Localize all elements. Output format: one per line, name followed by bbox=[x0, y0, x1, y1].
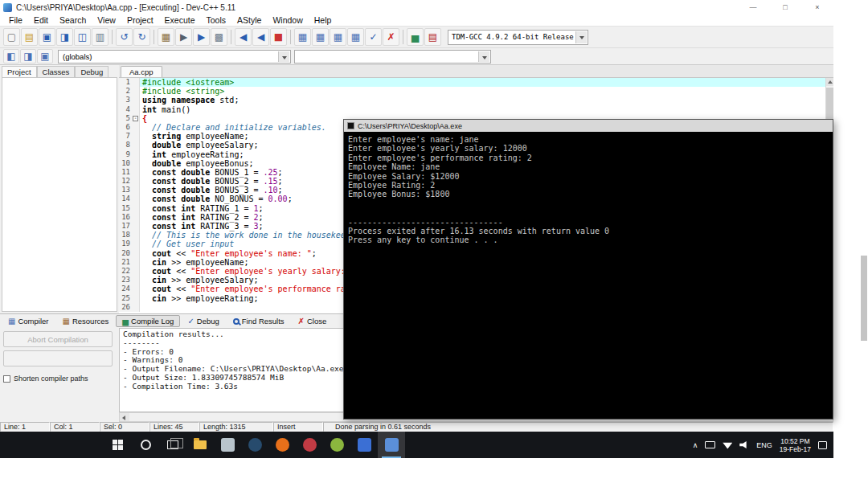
print-button[interactable]: ▥ bbox=[92, 28, 108, 46]
redo-button[interactable]: ↻ bbox=[133, 28, 150, 46]
panel-tab-debug[interactable]: Debug bbox=[75, 66, 108, 77]
profile-chart-button[interactable]: ▅ bbox=[407, 28, 424, 46]
line-number[interactable]: 9 bbox=[119, 150, 132, 159]
close-button[interactable]: × bbox=[801, 0, 833, 14]
toggle-bookmarks-button[interactable]: ▦ bbox=[312, 28, 329, 46]
line-number[interactable]: 1 bbox=[119, 78, 132, 87]
scroll-up-icon[interactable] bbox=[826, 78, 833, 86]
profile-button[interactable]: ◀ bbox=[252, 28, 269, 46]
goto-declaration-button[interactable]: ▣ bbox=[37, 49, 53, 63]
line-number[interactable]: 5 bbox=[119, 114, 132, 123]
line-number[interactable]: 17 bbox=[119, 222, 132, 231]
minimize-button[interactable]: — bbox=[737, 0, 769, 14]
menu-edit[interactable]: Edit bbox=[28, 15, 54, 25]
code-text[interactable]: int main() bbox=[140, 105, 825, 114]
line-number[interactable]: 12 bbox=[119, 177, 132, 186]
line-number[interactable]: 20 bbox=[119, 249, 132, 258]
line-number[interactable]: 19 bbox=[119, 240, 132, 248]
save-as-button[interactable]: ◨ bbox=[56, 28, 73, 46]
volume-icon[interactable] bbox=[739, 441, 749, 449]
search-button[interactable] bbox=[132, 432, 159, 458]
line-number[interactable]: 24 bbox=[119, 285, 132, 293]
window-layout-button[interactable]: ▦ bbox=[347, 28, 364, 46]
forward-page-button[interactable]: ◨ bbox=[20, 49, 36, 63]
hidden-icons-chevron[interactable]: ∧ bbox=[693, 441, 698, 449]
tab-resources[interactable]: ▦Resources bbox=[55, 315, 115, 327]
task-view-button[interactable] bbox=[159, 432, 186, 458]
display-icon[interactable] bbox=[705, 441, 715, 448]
tab-find-results[interactable]: Find Results bbox=[227, 315, 291, 327]
code-line[interactable]: 1#include <iostream> bbox=[119, 78, 825, 87]
opera-button[interactable] bbox=[296, 432, 323, 458]
action-center-icon[interactable] bbox=[818, 441, 827, 449]
devcpp-button[interactable] bbox=[350, 432, 378, 458]
run-button[interactable]: ▶ bbox=[175, 28, 192, 46]
profiling-log-button[interactable]: ▤ bbox=[424, 28, 441, 46]
compile-button[interactable]: ▦ bbox=[158, 28, 174, 46]
menu-execute[interactable]: Execute bbox=[159, 15, 201, 25]
compiler-profile-select[interactable]: TDM-GCC 4.9.2 64-bit Release bbox=[448, 30, 588, 45]
console-window[interactable]: C:\Users\PRIYA\Desktop\Aa.exe Enter empl… bbox=[343, 119, 833, 420]
clock[interactable]: 10:52 PM 19-Feb-17 bbox=[780, 437, 811, 453]
line-number[interactable]: 16 bbox=[119, 213, 132, 222]
goto-bookmarks-button[interactable]: ▦ bbox=[330, 28, 346, 46]
code-text[interactable]: #include <string> bbox=[140, 87, 825, 96]
wifi-icon[interactable] bbox=[723, 441, 732, 449]
compile-run-button[interactable]: ▶ bbox=[193, 28, 210, 46]
code-line[interactable]: 2#include <string> bbox=[119, 87, 825, 96]
shorten-compiler-paths[interactable]: Shorten compiler paths bbox=[3, 375, 116, 383]
line-number[interactable]: 10 bbox=[119, 159, 132, 168]
tab-compiler[interactable]: ▦Compiler bbox=[2, 315, 55, 327]
fold-collapse-icon[interactable]: - bbox=[133, 116, 138, 121]
save-all-button[interactable]: ◫ bbox=[74, 28, 91, 46]
devcpp-window-button[interactable] bbox=[378, 432, 405, 458]
line-number[interactable]: 8 bbox=[119, 141, 132, 149]
undo-button[interactable]: ↺ bbox=[116, 28, 133, 46]
back-page-button[interactable]: ◧ bbox=[3, 49, 19, 63]
viewer-scrollbar-thumb[interactable] bbox=[861, 256, 867, 341]
code-line[interactable]: 3using namespace std; bbox=[119, 96, 825, 104]
line-number[interactable]: 18 bbox=[119, 231, 132, 240]
new-source-button[interactable]: ▢ bbox=[3, 28, 20, 46]
chrome-button[interactable] bbox=[323, 432, 350, 458]
line-number[interactable]: 23 bbox=[119, 276, 132, 285]
line-number[interactable]: 21 bbox=[119, 258, 132, 267]
globals-select[interactable]: (globals) bbox=[58, 50, 291, 63]
file-explorer-button[interactable] bbox=[186, 432, 214, 458]
checkbox-icon[interactable] bbox=[3, 375, 10, 383]
abort-compilation-button[interactable]: Abort Compilation bbox=[3, 331, 113, 347]
members-select[interactable] bbox=[294, 50, 491, 63]
tab-close[interactable]: ✗Close bbox=[292, 315, 334, 327]
save-button[interactable]: ▣ bbox=[39, 28, 55, 46]
maximize-button[interactable]: □ bbox=[769, 0, 801, 14]
menu-window[interactable]: Window bbox=[267, 15, 308, 25]
debug-button[interactable]: ◀ bbox=[235, 28, 252, 46]
tab-compile-log[interactable]: ▅Compile Log bbox=[116, 315, 180, 327]
code-line[interactable]: 4int main() bbox=[119, 105, 825, 114]
menu-astyle[interactable]: AStyle bbox=[231, 15, 267, 25]
tab-aa-cpp[interactable]: Aa.cpp bbox=[121, 66, 162, 77]
menu-help[interactable]: Help bbox=[309, 15, 338, 25]
start-button[interactable] bbox=[104, 432, 132, 458]
console-output[interactable]: Enter employee's name: jane Enter employ… bbox=[344, 132, 833, 419]
scroll-left-icon[interactable] bbox=[120, 413, 129, 421]
stop-execution-button[interactable]: ■ bbox=[270, 28, 287, 46]
line-number[interactable]: 11 bbox=[119, 168, 132, 177]
edge-browser-button[interactable] bbox=[241, 432, 268, 458]
firefox-button[interactable] bbox=[268, 432, 296, 458]
line-number[interactable]: 14 bbox=[119, 194, 132, 203]
line-number[interactable]: 13 bbox=[119, 186, 132, 194]
line-number[interactable]: 7 bbox=[119, 132, 132, 141]
code-text[interactable]: using namespace std; bbox=[140, 96, 825, 104]
line-number[interactable]: 3 bbox=[119, 96, 132, 104]
menu-view[interactable]: View bbox=[92, 15, 121, 25]
line-number[interactable]: 26 bbox=[119, 303, 132, 312]
menu-project[interactable]: Project bbox=[121, 15, 159, 25]
project-tree[interactable] bbox=[2, 77, 117, 312]
fold-margin[interactable]: - bbox=[132, 114, 140, 123]
code-text[interactable]: #include <iostream> bbox=[140, 78, 825, 87]
console-title-bar[interactable]: C:\Users\PRIYA\Desktop\Aa.exe bbox=[344, 120, 833, 132]
line-number[interactable]: 15 bbox=[119, 204, 132, 213]
tab-debug[interactable]: ✓Debug bbox=[181, 315, 225, 327]
syntax-check-button[interactable]: ✓ bbox=[365, 28, 382, 46]
